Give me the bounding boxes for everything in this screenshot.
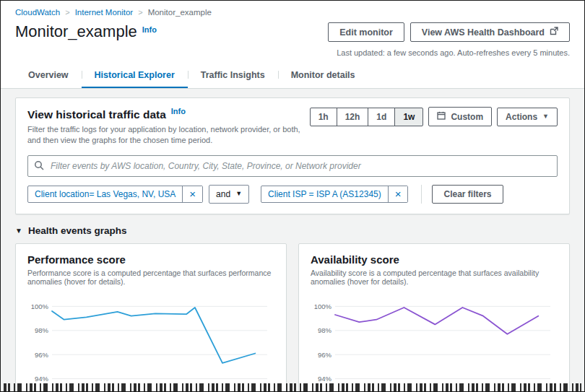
breadcrumb: CloudWatch > Internet Monitor > Monitor_… bbox=[1, 1, 584, 18]
last-updated-text: Last updated: a few seconds ago. Auto-re… bbox=[328, 48, 570, 57]
external-link-icon bbox=[550, 27, 558, 38]
breadcrumb-separator: > bbox=[65, 8, 69, 17]
caret-down-icon: ▼ bbox=[235, 190, 242, 197]
time-range-controls: 1h 12h 1d 1w Custom Actions ▼ bbox=[310, 107, 558, 126]
time-range-1h-button[interactable]: 1h bbox=[310, 108, 337, 126]
availability-score-title: Availability score bbox=[311, 253, 558, 266]
main-content: View historical traffic dataInfo Filter … bbox=[1, 89, 584, 391]
time-range-segmented-control: 1h 12h 1d 1w bbox=[310, 108, 424, 126]
historical-traffic-panel: View historical traffic dataInfo Filter … bbox=[15, 97, 570, 214]
availability-score-card: Availability score Availability score is… bbox=[298, 243, 570, 391]
breadcrumb-separator: > bbox=[138, 8, 142, 17]
filter-operator-dropdown[interactable]: and ▼ bbox=[209, 185, 249, 204]
filter-chip-client-location: Client location= Las Vegas, NV, USA × bbox=[27, 186, 203, 203]
calendar-icon bbox=[437, 111, 446, 122]
time-range-1d-button[interactable]: 1d bbox=[368, 108, 395, 126]
health-events-section-title: Health events graphs bbox=[28, 225, 127, 236]
edit-monitor-button[interactable]: Edit monitor bbox=[328, 22, 404, 42]
breadcrumb-current-page: Monitor_example bbox=[148, 8, 212, 17]
remove-filter-icon[interactable]: × bbox=[182, 186, 202, 202]
view-health-dashboard-button[interactable]: View AWS Health Dashboard bbox=[410, 22, 570, 42]
page-title: Monitor_example bbox=[15, 22, 137, 40]
tab-monitor-details[interactable]: Monitor details bbox=[278, 63, 368, 88]
svg-text:100%: 100% bbox=[314, 302, 332, 310]
svg-text:94%: 94% bbox=[35, 375, 49, 383]
remove-filter-icon[interactable]: × bbox=[388, 186, 408, 202]
performance-score-card: Performance score Performance score is a… bbox=[15, 243, 287, 391]
filter-search-row bbox=[27, 155, 558, 177]
filter-chip-label: Client location= Las Vegas, NV, USA bbox=[28, 186, 182, 202]
tab-overview[interactable]: Overview bbox=[15, 63, 82, 88]
panel-description: Filter the traffic logs for your applica… bbox=[27, 124, 301, 146]
page-header: Monitor_exampleInfo Edit monitor View AW… bbox=[1, 18, 584, 63]
panel-title: View historical traffic data bbox=[27, 108, 166, 121]
custom-time-range-button[interactable]: Custom bbox=[428, 107, 492, 126]
availability-score-description: Availability score is a computed percent… bbox=[311, 269, 558, 286]
applied-filters-row: Client location= Las Vegas, NV, USA × an… bbox=[27, 185, 558, 204]
tab-traffic-insights[interactable]: Traffic Insights bbox=[188, 63, 278, 88]
cloudwatch-internet-monitor-page: CloudWatch > Internet Monitor > Monitor_… bbox=[0, 0, 585, 392]
time-range-12h-button[interactable]: 12h bbox=[337, 108, 369, 126]
tab-historical-explorer[interactable]: Historical Explorer bbox=[82, 63, 188, 88]
clear-filters-button[interactable]: Clear filters bbox=[432, 185, 503, 204]
filter-divider bbox=[421, 185, 422, 204]
svg-text:96%: 96% bbox=[35, 350, 49, 358]
filter-chip-client-isp: Client ISP = ISP A (AS12345) × bbox=[261, 186, 408, 203]
svg-text:100%: 100% bbox=[31, 302, 49, 310]
section-expand-caret-icon: ▼ bbox=[15, 227, 22, 235]
caret-down-icon: ▼ bbox=[542, 113, 549, 120]
actions-dropdown-button[interactable]: Actions ▼ bbox=[497, 108, 558, 126]
breadcrumb-link-internet-monitor[interactable]: Internet Monitor bbox=[75, 8, 134, 17]
performance-score-description: Performance score is a computed percenta… bbox=[27, 269, 274, 286]
panel-info-link[interactable]: Info bbox=[171, 107, 186, 116]
health-events-section-toggle[interactable]: ▼ Health events graphs bbox=[15, 225, 570, 236]
health-graphs-row: Performance score Performance score is a… bbox=[15, 243, 570, 391]
svg-text:96%: 96% bbox=[318, 350, 332, 358]
availability-score-chart: 100%98%96%94%92%6/196/206/216/226/236/24… bbox=[311, 295, 558, 391]
performance-score-chart: 100%98%96%94%92%6/196/206/216/226/236/24… bbox=[27, 295, 274, 391]
svg-text:98%: 98% bbox=[318, 326, 332, 334]
time-range-1w-button[interactable]: 1w bbox=[394, 108, 423, 126]
svg-text:94%: 94% bbox=[318, 375, 332, 383]
breadcrumb-link-cloudwatch[interactable]: CloudWatch bbox=[15, 8, 60, 17]
filter-chip-label: Client ISP = ISP A (AS12345) bbox=[261, 186, 388, 202]
svg-text:98%: 98% bbox=[35, 326, 49, 334]
search-icon bbox=[34, 160, 44, 173]
filter-events-search-input[interactable] bbox=[27, 155, 558, 177]
performance-score-title: Performance score bbox=[27, 253, 274, 266]
title-info-link[interactable]: Info bbox=[142, 25, 157, 34]
tab-bar: Overview Historical Explorer Traffic Ins… bbox=[1, 63, 584, 89]
clipped-content-strip bbox=[4, 383, 581, 391]
